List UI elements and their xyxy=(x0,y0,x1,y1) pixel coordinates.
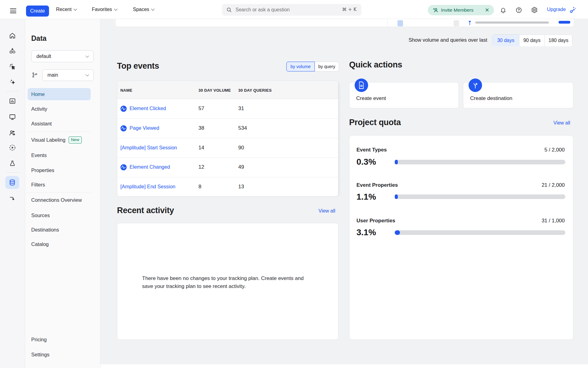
invite-members-button[interactable]: Invite Members xyxy=(428,5,494,15)
cutoff-primary-button[interactable] xyxy=(559,21,570,24)
settings-gear-icon[interactable] xyxy=(531,6,538,15)
sidebar-item-events[interactable]: Events xyxy=(28,149,91,161)
create-destination-card[interactable]: Create destination xyxy=(463,82,573,108)
table-row[interactable]: Page Viewed 38 534 xyxy=(117,118,338,138)
quota-label: Event Properties xyxy=(356,182,398,188)
quota-progress-track xyxy=(395,160,565,164)
search-icon xyxy=(226,7,232,14)
queries-value: 534 xyxy=(238,125,247,131)
top-events-title: Top events xyxy=(117,61,159,71)
column-header-queries: 30 DAY QUERIES xyxy=(238,88,272,93)
recent-activity-view-all[interactable]: View all xyxy=(318,208,335,214)
sidebar-item-assistant[interactable]: Assistant xyxy=(28,117,91,130)
table-header-row: NAME 30 DAY VOLUME 30 DAY QUERIES xyxy=(117,81,338,99)
table-row[interactable]: Element Clicked 57 31 xyxy=(117,99,338,118)
recent-activity-title: Recent activity xyxy=(117,206,174,215)
create-event-card[interactable]: Create event xyxy=(349,82,459,108)
toolbar-cell[interactable] xyxy=(454,20,459,26)
event-link[interactable]: Page Viewed xyxy=(130,125,159,131)
slider-track[interactable] xyxy=(475,21,549,24)
sidebar-title: Data xyxy=(31,34,47,43)
quota-progress-fill xyxy=(395,230,400,235)
users-icon[interactable] xyxy=(9,129,16,137)
sidebar-divider xyxy=(28,192,91,193)
sidebar-item-settings[interactable]: Settings xyxy=(28,348,91,361)
sidebar-item-pricing[interactable]: Pricing xyxy=(28,333,91,346)
event-link[interactable]: [Amplitude] End Session xyxy=(120,184,175,190)
chevron-down-icon xyxy=(74,7,77,10)
create-destination-label: Create destination xyxy=(470,95,512,102)
sidebar-item-visual-labeling[interactable]: Visual LabelingNew xyxy=(28,134,91,146)
chart-icon[interactable] xyxy=(9,97,16,105)
sidebar-item-filters[interactable]: Filters xyxy=(28,178,91,191)
connections-flow-icon[interactable] xyxy=(9,194,16,202)
home-icon[interactable] xyxy=(9,32,16,40)
project-quota-title: Project quota xyxy=(349,118,401,127)
hamburger-menu-button[interactable] xyxy=(10,9,16,13)
search-bar[interactable]: ⌘ + K xyxy=(222,4,361,16)
volume-value: 14 xyxy=(198,145,204,151)
data-icon-active[interactable] xyxy=(5,176,19,189)
sidebar-item-home[interactable]: Home xyxy=(28,88,91,100)
data-sidebar: Data default main Home Activity Assistan… xyxy=(25,19,100,368)
chevron-down-icon xyxy=(85,73,89,76)
cursor-click-icon[interactable] xyxy=(9,63,16,71)
period-180-days-button[interactable]: 180 days xyxy=(545,35,572,46)
sidebar-item-sources[interactable]: Sources xyxy=(28,209,91,221)
quota-progress-fill xyxy=(395,160,398,164)
period-90-days-button[interactable]: 90 days xyxy=(519,35,545,46)
column-header-name: NAME xyxy=(120,88,132,93)
quota-progress-track xyxy=(395,194,565,199)
toolbar-selected-cell[interactable] xyxy=(398,20,403,26)
favorites-menu-label: Favorites xyxy=(92,7,112,12)
create-destination-icon xyxy=(469,79,482,92)
notifications-bell-icon[interactable] xyxy=(500,7,507,15)
cutoff-toolbar xyxy=(116,19,574,27)
session-replay-icon[interactable] xyxy=(9,144,16,151)
table-row[interactable]: [Amplitude] End Session 8 13 xyxy=(117,177,338,196)
experiments-flask-icon[interactable] xyxy=(9,159,16,167)
toggle-by-volume[interactable]: by volume xyxy=(286,62,315,71)
toggle-by-query[interactable]: by query xyxy=(315,62,339,71)
ai-sparkles-icon[interactable] xyxy=(9,78,16,86)
help-icon[interactable] xyxy=(515,7,522,15)
add-user-icon xyxy=(432,7,439,14)
top-bar: Create Recent Favorites Spaces ⌘ + K Inv… xyxy=(0,0,588,19)
table-row[interactable]: [Amplitude] Start Session 14 90 xyxy=(117,138,338,157)
branch-icon xyxy=(32,72,38,79)
amplitude-logo-icon xyxy=(120,164,127,172)
project-selector[interactable]: default xyxy=(31,50,94,62)
upgrade-key-icon[interactable] xyxy=(569,6,577,15)
display-icon[interactable] xyxy=(9,113,16,121)
search-input[interactable] xyxy=(236,4,334,16)
sidebar-item-properties[interactable]: Properties xyxy=(28,164,91,176)
create-event-label: Create event xyxy=(356,95,386,102)
event-link[interactable]: Element Changed xyxy=(130,164,170,170)
spaces-menu[interactable]: Spaces xyxy=(133,0,154,19)
table-row[interactable]: Element Changed 12 49 xyxy=(117,157,338,177)
invite-members-label: Invite Members xyxy=(441,7,473,13)
upgrade-link[interactable]: Upgrade xyxy=(547,0,566,19)
period-30-days-button[interactable]: 30 days xyxy=(492,35,519,46)
recent-menu[interactable]: Recent xyxy=(56,0,77,19)
event-link[interactable]: Element Clicked xyxy=(130,105,166,111)
slider-pin-icon[interactable] xyxy=(468,21,472,27)
project-quota-view-all[interactable]: View all xyxy=(553,120,570,126)
favorites-menu[interactable]: Favorites xyxy=(92,0,117,19)
sidebar-item-catalog[interactable]: Catalog xyxy=(28,238,91,250)
sidebar-divider xyxy=(28,132,91,132)
shapes-icon[interactable] xyxy=(9,47,16,55)
amplitude-logo-icon xyxy=(120,105,127,113)
create-button[interactable]: Create xyxy=(26,6,49,17)
close-icon[interactable] xyxy=(485,8,489,13)
quota-progress-track xyxy=(395,230,565,235)
sidebar-item-activity[interactable]: Activity xyxy=(28,103,91,115)
spaces-menu-label: Spaces xyxy=(133,7,149,12)
create-event-icon xyxy=(355,79,368,92)
sidebar-item-destinations[interactable]: Destinations xyxy=(28,224,91,236)
branch-selector[interactable]: main xyxy=(42,69,94,81)
rail-divider xyxy=(6,172,19,173)
recent-activity-empty-text: There have been no changes to your track… xyxy=(142,274,311,290)
event-link[interactable]: [Amplitude] Start Session xyxy=(120,145,177,151)
sidebar-item-connections-overview[interactable]: Connections Overview xyxy=(28,194,91,206)
